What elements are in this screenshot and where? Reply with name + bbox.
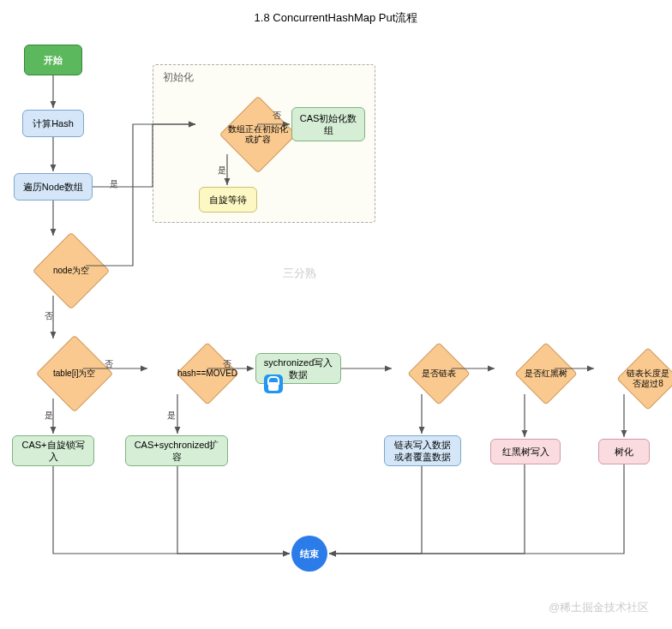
is-list-decision: 是否链表 — [422, 368, 456, 379]
edge-label-yes: 是 — [45, 410, 53, 422]
init-container-label: 初始化 — [163, 70, 194, 85]
cas-spin-write-node: CAS+自旋锁写入 — [12, 435, 94, 466]
edge-label-yes: 是 — [218, 165, 226, 177]
calc-hash-node: 计算Hash — [22, 110, 84, 137]
node-empty-decision: node为空 — [53, 266, 89, 276]
cas-sync-resize-node: CAS+sychronized扩容 — [125, 435, 228, 466]
rbtree-write-node: 红黑树写入 — [490, 439, 561, 464]
end-node: 结束 — [291, 536, 327, 572]
edge-label-no: 否 — [45, 310, 53, 322]
len-gt8-decision: 链表长度是否超过8 — [624, 368, 672, 389]
spin-wait-node: 自旋等待 — [199, 187, 257, 213]
watermark-icon: 三分熟 — [283, 266, 316, 281]
treeify-node: 树化 — [598, 439, 650, 464]
init-decision: 数组正在初始化或扩容 — [227, 124, 289, 145]
table-empty-decision: table[i]为空 — [53, 368, 95, 379]
hash-moved-decision: hash==MOVED — [177, 368, 237, 379]
start-node: 开始 — [24, 45, 82, 75]
edge-label-yes: 是 — [167, 410, 176, 422]
edge-label-yes: 是 — [110, 178, 118, 190]
cas-init-node: CAS初始化数组 — [291, 107, 365, 141]
list-write-node: 链表写入数据或者覆盖数据 — [384, 435, 461, 466]
lock-icon — [264, 374, 283, 393]
diagram-title: 1.8 ConcurrentHashMap Put流程 — [0, 10, 672, 26]
edge-label-no: 否 — [273, 110, 281, 122]
is-rbtree-decision: 是否红黑树 — [525, 368, 567, 379]
watermark-text: @稀土掘金技术社区 — [549, 600, 649, 615]
edge-label-no: 否 — [105, 358, 113, 370]
iterate-node: 遍历Node数组 — [14, 173, 93, 201]
